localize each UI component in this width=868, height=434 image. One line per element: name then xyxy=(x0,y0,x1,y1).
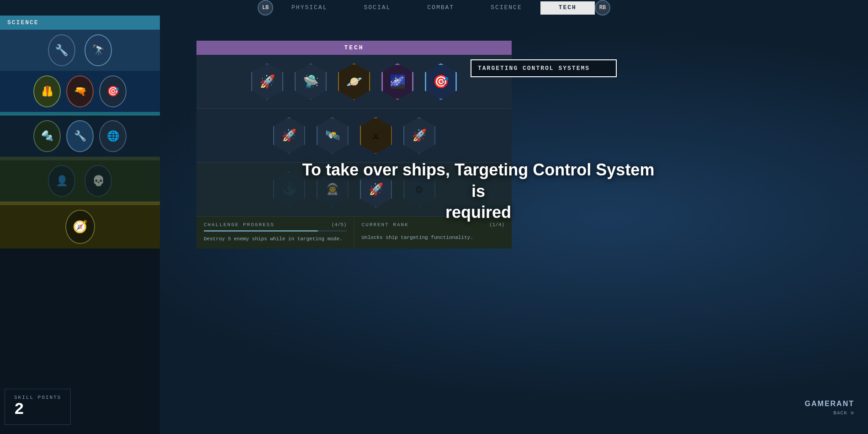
rb-button[interactable]: RB xyxy=(595,0,610,16)
tech-skill-12-icon: 🚀 xyxy=(369,182,383,197)
sidebar: SCIENCE 🔧 🔭 🦺 🔫 🎯 🔩 xyxy=(0,16,160,434)
sidebar-skill-1[interactable]: 🔧 xyxy=(48,34,75,66)
tech-skill-7[interactable]: 🛰️ xyxy=(315,116,349,155)
sidebar-skill-10-icon: 💀 xyxy=(92,175,105,187)
tech-skill-4-icon: 🌌 xyxy=(390,74,406,90)
tech-tier-2: 🚀 🛰️ ⚔️ 🚀 xyxy=(196,109,512,163)
current-rank-label: CURRENT RANK xyxy=(362,222,409,228)
sidebar-section-4: 🧭 xyxy=(0,201,160,249)
sidebar-section-2-header xyxy=(0,112,160,116)
challenge-progress-text: Destroy 5 enemy ships while in targeting… xyxy=(204,235,347,243)
back-button[interactable]: BACK ⊙ xyxy=(805,410,854,416)
tech-skill-7-icon: 🛰️ xyxy=(325,128,340,143)
tech-skill-10-icon: 🌑 xyxy=(282,182,296,197)
sidebar-row-1: 🔧 🔭 xyxy=(0,30,160,71)
sidebar-skill-4[interactable]: 🔫 xyxy=(66,75,94,107)
rank-text: Unlocks ship targeting functionality. xyxy=(362,234,505,242)
tech-skill-1[interactable]: 🚀 xyxy=(250,62,285,101)
tech-skill-1-icon: 🚀 xyxy=(259,74,275,90)
sidebar-row-5: 🧭 xyxy=(0,205,160,249)
sidebar-skill-5[interactable]: 🎯 xyxy=(99,75,127,107)
sidebar-section-3: 👤 💀 xyxy=(0,157,160,201)
challenge-progress-value: (4/5) xyxy=(331,222,346,228)
main-content: TECH 🚀 🛸 🪐 xyxy=(160,16,868,434)
sidebar-skill-9[interactable]: 👤 xyxy=(48,165,75,197)
tab-science[interactable]: SCIENCE xyxy=(472,1,540,15)
sidebar-skill-6-icon: 🔩 xyxy=(41,130,53,143)
sidebar-skill-7-icon: 🔧 xyxy=(74,130,86,143)
challenge-progress-bar xyxy=(204,230,347,232)
tech-skill-6-icon: 🚀 xyxy=(282,128,296,143)
sidebar-row-4: 👤 💀 xyxy=(0,160,160,201)
sidebar-skill-6[interactable]: 🔩 xyxy=(33,120,61,152)
sidebar-skill-8[interactable]: 🌐 xyxy=(99,120,127,152)
tech-skill-8[interactable]: ⚔️ xyxy=(359,116,393,155)
sidebar-skill-11-icon: 🧭 xyxy=(73,220,87,234)
sidebar-skill-2-icon: 🔭 xyxy=(92,44,105,57)
back-label: BACK xyxy=(833,410,847,416)
tab-social[interactable]: SOCIAL xyxy=(345,1,409,15)
sidebar-row-2: 🦺 🔫 🎯 xyxy=(0,71,160,112)
current-rank-col: CURRENT RANK (1/4) Unlocks ship targetin… xyxy=(355,217,512,249)
info-bar: CHALLENGE PROGRESS (4/5) Destroy 5 enemy… xyxy=(196,217,512,249)
sidebar-skill-8-icon: 🌐 xyxy=(107,130,119,143)
skill-points-value: 2 xyxy=(14,400,61,419)
tech-skill-3-icon: 🪐 xyxy=(346,74,362,90)
tab-physical[interactable]: PHYSICAL xyxy=(273,1,345,15)
sidebar-skill-10[interactable]: 💀 xyxy=(85,165,112,197)
sidebar-skill-3[interactable]: 🦺 xyxy=(33,75,61,107)
nav-tabs-container: LB PHYSICAL SOCIAL COMBAT SCIENCE TECH R… xyxy=(258,0,610,16)
tech-skill-9-icon: 🚀 xyxy=(412,128,427,143)
skill-points-box: SKILL POINTS 2 xyxy=(5,389,71,425)
sidebar-skill-5-icon: 🎯 xyxy=(107,85,119,98)
sidebar-section-science-header: SCIENCE xyxy=(0,16,160,30)
sidebar-skill-9-icon: 👤 xyxy=(56,175,68,187)
sidebar-skill-7[interactable]: 🔧 xyxy=(66,120,94,152)
sidebar-row-3: 🔩 🔧 🌐 xyxy=(0,116,160,157)
tech-skill-3[interactable]: 🪐 xyxy=(337,62,371,101)
lb-button[interactable]: LB xyxy=(258,0,273,16)
sidebar-skill-2[interactable]: 🔭 xyxy=(85,34,112,66)
tech-skill-2-icon: 🛸 xyxy=(303,74,319,90)
top-navigation: LB PHYSICAL SOCIAL COMBAT SCIENCE TECH R… xyxy=(0,0,868,16)
current-rank-header: CURRENT RANK (1/4) xyxy=(362,222,505,228)
tech-skill-11-icon: 👨‍🚀 xyxy=(326,183,339,196)
tech-skill-11[interactable]: 👨‍🚀 xyxy=(315,170,349,209)
tech-skill-12[interactable]: 🚀 xyxy=(359,170,393,209)
tech-tier-1: 🚀 🛸 🪐 🌌 xyxy=(196,55,512,109)
sidebar-section-2: 🔩 🔧 🌐 xyxy=(0,112,160,157)
challenge-progress-fill xyxy=(204,230,318,232)
sidebar-skill-1-icon: 🔧 xyxy=(55,44,69,57)
tech-skill-5[interactable]: 🎯 xyxy=(424,62,458,101)
tech-skill-6[interactable]: 🚀 xyxy=(272,116,306,155)
challenge-progress-header: CHALLENGE PROGRESS (4/5) xyxy=(204,222,347,228)
tech-skill-5-icon: 🎯 xyxy=(433,74,449,90)
sidebar-skill-3-icon: 🦺 xyxy=(41,85,53,98)
tab-tech[interactable]: TECH xyxy=(540,1,595,15)
tech-skill-8-icon: ⚔️ xyxy=(372,128,380,143)
sidebar-section-4-header xyxy=(0,201,160,205)
current-rank-value: (1/4) xyxy=(489,222,504,228)
tech-skill-13[interactable]: ⚙️ xyxy=(402,170,436,209)
sidebar-skill-11[interactable]: 🧭 xyxy=(65,210,95,244)
sidebar-section-science: SCIENCE 🔧 🔭 🦺 🔫 🎯 xyxy=(0,16,160,112)
sidebar-section-3-header xyxy=(0,157,160,160)
sidebar-skill-4-icon: 🔫 xyxy=(74,85,86,98)
tech-panel: TECH 🚀 🛸 🪐 xyxy=(196,41,512,425)
skill-tooltip: TARGETING CONTROL SYSTEMS xyxy=(471,59,617,77)
tech-skill-9[interactable]: 🚀 xyxy=(402,116,436,155)
gamerant-logo: GAMERANT xyxy=(805,400,854,408)
tech-skill-4[interactable]: 🌌 xyxy=(381,62,415,101)
tech-skill-10[interactable]: 🌑 xyxy=(272,170,306,209)
tooltip-title: TARGETING CONTROL SYSTEMS xyxy=(478,65,609,72)
tab-combat[interactable]: COMBAT xyxy=(409,1,472,15)
gamerant-area: GAMERANT BACK ⊙ xyxy=(805,400,854,416)
tech-panel-header: TECH xyxy=(196,41,512,55)
challenge-progress-label: CHALLENGE PROGRESS xyxy=(204,222,275,228)
tech-tier-3: 🌑 👨‍🚀 🚀 ⚙️ xyxy=(196,163,512,217)
skill-points-label: SKILL POINTS xyxy=(14,395,61,400)
challenge-progress-col: CHALLENGE PROGRESS (4/5) Destroy 5 enemy… xyxy=(196,217,355,249)
tech-skill-13-icon: ⚙️ xyxy=(416,182,423,197)
tech-skill-2[interactable]: 🛸 xyxy=(294,62,328,101)
